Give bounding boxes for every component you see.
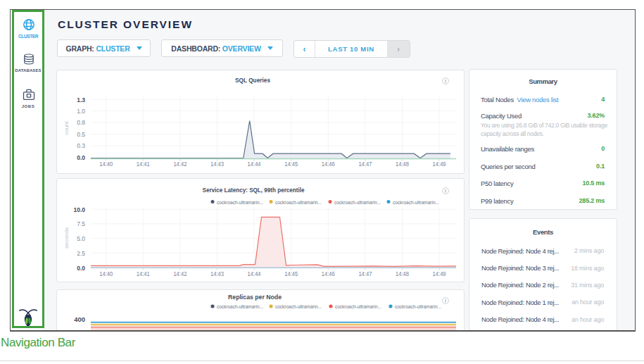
svg-text:14:48: 14:48	[396, 161, 409, 168]
svg-text:cockroach-ultramarin...: cockroach-ultramarin...	[334, 199, 381, 206]
svg-text:cockroach-ultramarin...: cockroach-ultramarin...	[275, 303, 322, 310]
svg-text:0.5: 0.5	[77, 131, 85, 138]
svg-text:14:43: 14:43	[210, 270, 224, 277]
svg-text:cockroach-ultramarin...: cockroach-ultramarin...	[217, 303, 263, 310]
svg-text:5.0: 5.0	[77, 235, 85, 242]
svg-text:0.0: 0.0	[77, 265, 85, 272]
svg-text:14:46: 14:46	[322, 161, 335, 168]
svg-text:1.3: 1.3	[77, 96, 85, 103]
svg-text:0.8: 0.8	[77, 119, 85, 126]
svg-text:14:43: 14:43	[210, 161, 224, 168]
svg-text:cockroach-ultramarin...: cockroach-ultramarin...	[275, 199, 322, 206]
svg-text:0.3: 0.3	[77, 142, 85, 149]
svg-text:1.0: 1.0	[77, 108, 85, 115]
svg-text:Service Latency: SQL, 99th per: Service Latency: SQL, 99th percentile	[203, 186, 305, 194]
svg-text:Replicas per Node: Replicas per Node	[228, 293, 282, 301]
svg-text:count: count	[63, 120, 70, 134]
svg-text:0.0: 0.0	[77, 154, 85, 161]
svg-text:14:49: 14:49	[433, 161, 446, 168]
svg-text:2.5: 2.5	[77, 250, 85, 257]
svg-text:14:41: 14:41	[137, 161, 150, 168]
svg-text:cockroach-ultramarin...: cockroach-ultramarin...	[393, 199, 439, 206]
svg-text:14:42: 14:42	[173, 270, 187, 277]
svg-text:14:49: 14:49	[433, 270, 446, 277]
svg-text:cockroach-ultramarin...: cockroach-ultramarin...	[335, 303, 381, 310]
svg-text:14:46: 14:46	[322, 270, 335, 277]
svg-text:7.5: 7.5	[77, 220, 85, 227]
svg-text:14:40: 14:40	[99, 161, 113, 168]
svg-text:seconds: seconds	[63, 227, 70, 249]
svg-text:14:40: 14:40	[99, 270, 113, 277]
svg-text:14:45: 14:45	[284, 270, 298, 277]
svg-text:14:45: 14:45	[284, 161, 298, 168]
svg-text:14:44: 14:44	[248, 161, 261, 168]
svg-text:cockroach-ultramarin...: cockroach-ultramarin...	[395, 303, 441, 310]
svg-text:14:47: 14:47	[358, 161, 372, 168]
svg-text:400: 400	[74, 315, 85, 323]
svg-text:cockroach-ultramarin...: cockroach-ultramarin...	[217, 199, 263, 206]
svg-text:10.0: 10.0	[73, 206, 85, 213]
svg-text:SQL Queries: SQL Queries	[235, 76, 270, 84]
svg-text:14:48: 14:48	[396, 270, 409, 277]
svg-text:14:41: 14:41	[137, 270, 150, 277]
svg-text:14:44: 14:44	[248, 270, 261, 277]
svg-text:14:42: 14:42	[173, 161, 187, 168]
svg-text:14:47: 14:47	[358, 270, 372, 277]
